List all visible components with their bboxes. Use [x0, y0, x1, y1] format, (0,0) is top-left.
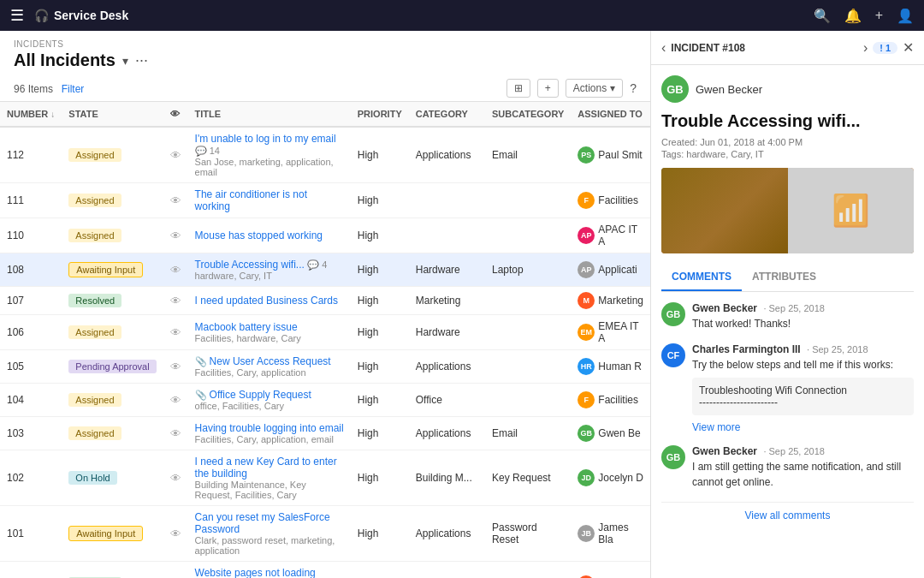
actions-arrow-icon: ▾ [610, 82, 615, 94]
th-state[interactable]: STATE [62, 102, 163, 127]
tab-comments[interactable]: COMMENTS [661, 264, 742, 291]
grid-view-button[interactable]: ⊞ [506, 79, 530, 98]
title-sub: Facilities, Cary, application [195, 367, 344, 378]
cell-eye: 👁 [163, 450, 188, 506]
table-row[interactable]: 110 Assigned 👁 Mouse has stopped working… [0, 218, 650, 253]
comment-date: · Sep 25, 2018 [807, 344, 868, 355]
cell-title: I need updated Business Cards [188, 287, 351, 315]
th-category[interactable]: CATEGORY [409, 102, 485, 127]
state-badge: Assigned [68, 426, 121, 440]
th-assigned[interactable]: ASSIGNED TO [571, 102, 650, 127]
state-badge: Assigned [68, 325, 121, 339]
title-link[interactable]: I need a new Key Card to enter the build… [195, 456, 337, 480]
assignee-cell: F Facilities [578, 391, 643, 408]
comment-avatar: CF [661, 343, 685, 367]
notification-icon[interactable]: 🔔 [844, 8, 862, 24]
view-more-link[interactable]: View more [692, 421, 740, 433]
title-link[interactable]: I'm unable to log in to my email [195, 133, 336, 145]
search-icon[interactable]: 🔍 [814, 8, 831, 24]
assignee-name: Marketing [598, 295, 643, 307]
detail-close-button[interactable]: ✕ [903, 39, 914, 56]
cell-subcategory: Key Request [485, 450, 571, 506]
cell-category: Hardware [409, 253, 485, 287]
cell-subcategory [485, 562, 571, 579]
cell-state: Resolved [62, 287, 163, 315]
table-row[interactable]: 100 Resolved 👁 Website pages not loading… [0, 562, 650, 579]
eye-icon: 👁 [170, 149, 181, 162]
cell-state: Resolved [62, 562, 163, 579]
cell-eye: 👁 [163, 562, 188, 579]
state-badge: Awaiting Input [68, 262, 143, 277]
title-link[interactable]: Macbook battery issue [195, 321, 298, 333]
cell-subcategory [485, 287, 571, 315]
assignee-name: Facilities [598, 394, 638, 406]
cell-priority: High [351, 253, 409, 287]
title-link[interactable]: Having trouble logging into email [195, 422, 344, 434]
table-row[interactable]: 106 Assigned 👁 Macbook battery issue Fac… [0, 315, 650, 350]
view-all-comments-link[interactable]: View all comments [661, 502, 914, 528]
top-nav: ☰ 🎧 Service Desk 🔍 🔔 + 👤 [0, 0, 924, 31]
cell-eye: 👁 [163, 253, 188, 287]
table-row[interactable]: 107 Resolved 👁 I need updated Business C… [0, 287, 650, 315]
incidents-more-icon[interactable]: ··· [135, 51, 148, 69]
title-link[interactable]: Office Supply Request [210, 389, 311, 401]
help-button[interactable]: ? [630, 81, 637, 95]
app-logo: 🎧 Service Desk [34, 9, 128, 22]
cell-priority: High [351, 287, 409, 315]
th-subcategory[interactable]: SUBCATEGORY [485, 102, 571, 127]
title-link[interactable]: Can you reset my SalesForce Password [195, 511, 330, 535]
eye-icon: 👁 [170, 264, 181, 277]
cell-priority: High [351, 350, 409, 384]
title-sub: Clark, password reset, marketing, applic… [195, 535, 344, 556]
detail-prev-button[interactable]: ‹ [661, 40, 666, 56]
table-row[interactable]: 101 Awaiting Input 👁 Can you reset my Sa… [0, 506, 650, 562]
table-row[interactable]: 102 On Hold 👁 I need a new Key Card to e… [0, 450, 650, 506]
title-link[interactable]: Trouble Accessing wifi... [195, 259, 305, 271]
cell-state: Assigned [62, 183, 163, 218]
assignee-name: Jocelyn D [598, 472, 643, 484]
comment-block: CF Charles Farmington III · Sep 25, 2018… [661, 343, 914, 433]
tab-attributes[interactable]: ATTRIBUTES [742, 264, 826, 291]
incidents-dropdown-arrow[interactable]: ▾ [122, 54, 128, 68]
table-row[interactable]: 103 Assigned 👁 Having trouble logging in… [0, 417, 650, 450]
cell-state: Assigned [62, 315, 163, 350]
detail-next-button[interactable]: › [863, 40, 868, 56]
title-link[interactable]: I need updated Business Cards [195, 295, 338, 307]
eye-icon: 👁 [170, 427, 181, 440]
title-link[interactable]: The air conditioner is not working [195, 188, 307, 212]
cell-category: Hardware [409, 315, 485, 350]
th-eye: 👁 [163, 102, 188, 127]
hamburger-icon[interactable]: ☰ [10, 6, 24, 25]
cell-category: Applications [409, 127, 485, 183]
title-link[interactable]: Mouse has stopped working [195, 229, 323, 241]
cell-subcategory [485, 218, 571, 253]
incidents-table: NUMBER ↓ STATE 👁 TITLE PRIORITY CATEGORY… [0, 102, 650, 578]
comment-text: Try the below steps and tell me if this … [692, 357, 914, 372]
table-row[interactable]: 111 Assigned 👁 The air conditioner is no… [0, 183, 650, 218]
cell-priority: High [351, 183, 409, 218]
add-icon[interactable]: + [875, 8, 883, 23]
actions-button[interactable]: Actions ▾ [566, 79, 623, 98]
detail-user-row: GB Gwen Becker [661, 75, 914, 103]
comment-text: That worked! Thanks! [692, 316, 914, 331]
th-priority[interactable]: PRIORITY [351, 102, 409, 127]
cell-title: Trouble Accessing wifi... 💬 4 hardware, … [188, 253, 351, 287]
th-title[interactable]: TITLE [188, 102, 351, 127]
add-button[interactable]: + [537, 79, 559, 98]
table-row[interactable]: 112 Assigned 👁 I'm unable to log in to m… [0, 127, 650, 183]
table-row[interactable]: 108 Awaiting Input 👁 Trouble Accessing w… [0, 253, 650, 287]
cell-subcategory [485, 384, 571, 417]
cell-state: Assigned [62, 417, 163, 450]
cell-subcategory [485, 315, 571, 350]
cell-eye: 👁 [163, 506, 188, 562]
user-avatar-icon[interactable]: 👤 [897, 8, 914, 24]
assignee-cell: GB Gwen Be [578, 425, 643, 442]
title-link[interactable]: Website pages not loading quickly enough [195, 567, 316, 578]
table-row[interactable]: 104 Assigned 👁 📎Office Supply Request of… [0, 384, 650, 417]
th-number[interactable]: NUMBER ↓ [0, 102, 62, 127]
table-row[interactable]: 105 Pending Approval 👁 📎New User Access … [0, 350, 650, 384]
cell-number: 111 [0, 183, 62, 218]
title-link[interactable]: New User Access Request [210, 355, 331, 367]
filter-link[interactable]: Filter [62, 83, 85, 95]
comment-text: I am still getting the same notification… [692, 459, 914, 490]
